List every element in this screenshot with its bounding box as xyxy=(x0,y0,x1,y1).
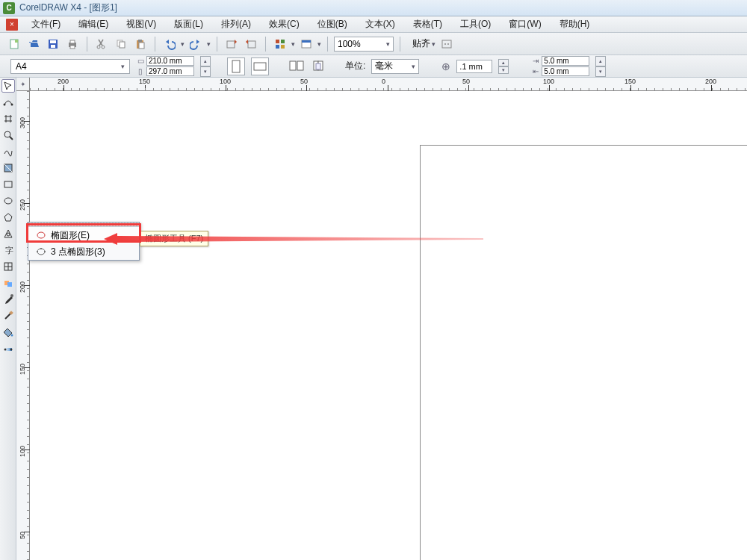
fill-tool[interactable] xyxy=(1,326,15,339)
ellipse-tool[interactable] xyxy=(1,194,15,208)
shape-tool[interactable] xyxy=(1,96,15,109)
smartfill-tool[interactable] xyxy=(1,161,15,175)
eyedropper-tool[interactable] xyxy=(1,293,15,306)
rectangle-tool[interactable] xyxy=(1,178,15,191)
save-button[interactable] xyxy=(45,36,61,52)
svg-rect-32 xyxy=(316,63,320,69)
ellipse-tooltip: 椭圆形工具 (F7) xyxy=(140,231,208,246)
menu-table[interactable]: 表格(T) xyxy=(404,16,451,33)
svg-rect-23 xyxy=(442,40,451,48)
zoom-tool[interactable] xyxy=(1,128,15,142)
menu-bitmaps[interactable]: 位图(B) xyxy=(309,16,356,33)
svg-rect-6 xyxy=(70,40,75,43)
ellipse3pt-icon xyxy=(36,246,46,257)
svg-rect-16 xyxy=(248,41,255,48)
undo-button[interactable] xyxy=(161,36,178,52)
menu-tools[interactable]: 工具(O) xyxy=(451,16,500,33)
menu-edit[interactable]: 编辑(E) xyxy=(69,16,117,33)
freehand-tool[interactable] xyxy=(1,145,15,158)
ruler-origin[interactable]: ✦ xyxy=(16,78,30,91)
table-tool[interactable] xyxy=(1,260,15,273)
pages-button[interactable] xyxy=(288,58,305,75)
menu-view[interactable]: 视图(V) xyxy=(117,16,165,33)
export-button[interactable] xyxy=(243,36,259,52)
pick-tool[interactable] xyxy=(1,79,15,93)
facing-pages-button[interactable] xyxy=(311,58,327,75)
interactive-fill-tool[interactable] xyxy=(1,342,15,355)
dup-x-input[interactable]: 5.0 mm xyxy=(542,56,589,66)
page-height-input[interactable]: 297.0 mm xyxy=(146,66,194,76)
redo-dropdown-icon[interactable]: ▾ xyxy=(207,40,211,48)
menu-help[interactable]: 帮助(H) xyxy=(551,16,599,33)
undo-dropdown-icon[interactable]: ▾ xyxy=(181,40,185,48)
new-button[interactable] xyxy=(6,36,22,52)
height-icon: ▯ xyxy=(136,68,145,75)
options-button[interactable] xyxy=(438,36,455,52)
menu-layout[interactable]: 版面(L) xyxy=(165,16,212,33)
svg-point-24 xyxy=(444,43,446,45)
menu-arrange[interactable]: 排列(A) xyxy=(212,16,260,33)
basic-shapes-tool[interactable] xyxy=(1,227,15,240)
menu-file[interactable]: 文件(F) xyxy=(22,16,69,33)
dup-x-icon: ⇥ xyxy=(531,57,540,65)
launcher-dropdown-icon[interactable]: ▾ xyxy=(291,40,295,48)
menu-bar: × 文件(F) 编辑(E) 视图(V) 版面(L) 排列(A) 效果(C) 位图… xyxy=(0,16,747,33)
svg-point-9 xyxy=(102,46,105,49)
svg-rect-15 xyxy=(227,41,235,48)
menu-effects[interactable]: 效果(C) xyxy=(260,16,309,33)
svg-point-34 xyxy=(10,104,13,106)
svg-point-55 xyxy=(37,251,38,252)
menu-window[interactable]: 窗口(W) xyxy=(500,16,550,33)
interactive-tool[interactable] xyxy=(1,276,15,290)
svg-rect-29 xyxy=(297,61,303,70)
landscape-button[interactable] xyxy=(251,57,269,75)
svg-rect-1 xyxy=(15,40,18,43)
svg-point-56 xyxy=(44,251,46,252)
canvas-area[interactable]: ✦ 20015010050050100150200 30025020015010… xyxy=(16,78,747,560)
nudge-input[interactable]: .1 mm xyxy=(456,60,492,73)
unit-combo[interactable]: 毫米▾ xyxy=(371,59,419,74)
welcome-dropdown-icon[interactable]: ▾ xyxy=(317,40,321,48)
duplicate-distance: ⇥5.0 mm ⇤5.0 mm xyxy=(531,56,589,76)
copy-button[interactable] xyxy=(113,36,129,52)
redo-button[interactable] xyxy=(187,36,204,52)
text-tool[interactable]: 字 xyxy=(1,243,15,257)
cut-button[interactable] xyxy=(93,36,110,52)
flyout-3pt-ellipse[interactable]: 3 点椭圆形(3) xyxy=(28,243,139,260)
svg-rect-19 xyxy=(276,45,279,49)
svg-point-8 xyxy=(97,46,100,49)
page-outline xyxy=(420,145,747,560)
unit-label: 单位: xyxy=(345,60,365,72)
dup-y-input[interactable]: 5.0 mm xyxy=(542,66,589,76)
menu-text[interactable]: 文本(X) xyxy=(356,16,404,33)
page-width-input[interactable]: 210.0 mm xyxy=(146,56,194,66)
polygon-tool[interactable] xyxy=(1,211,15,224)
dimension-spinner[interactable]: ▴▾ xyxy=(200,56,211,77)
svg-point-40 xyxy=(7,233,10,236)
app-launcher-button[interactable] xyxy=(272,36,288,52)
paper-size-combo[interactable]: A4▾ xyxy=(10,59,130,74)
svg-rect-28 xyxy=(290,61,296,70)
horizontal-ruler[interactable]: 20015010050050100150200 xyxy=(30,78,747,91)
doc-close-icon[interactable]: × xyxy=(6,19,18,31)
window-title: CorelDRAW X4 - [图形1] xyxy=(19,1,117,14)
dup-spinner[interactable]: ▴▾ xyxy=(595,56,606,77)
welcome-button[interactable] xyxy=(298,36,314,52)
svg-rect-3 xyxy=(50,40,56,43)
portrait-button[interactable] xyxy=(227,57,245,75)
vertical-ruler[interactable]: 30025020015010050 xyxy=(16,91,30,560)
svg-rect-46 xyxy=(7,282,12,287)
property-bar: A4▾ ▭210.0 mm ▯297.0 mm ▴▾ 单位: 毫米▾ ⊕ .1 … xyxy=(0,55,747,78)
crop-tool[interactable] xyxy=(1,112,15,125)
zoom-combo[interactable]: 100%▾ xyxy=(334,37,394,52)
flyout-ellipse[interactable]: 椭圆形(E) xyxy=(28,227,139,243)
svg-rect-14 xyxy=(139,43,144,49)
print-button[interactable] xyxy=(64,36,81,52)
open-button[interactable] xyxy=(25,36,42,52)
paste-button[interactable] xyxy=(132,36,149,52)
outline-tool[interactable] xyxy=(1,309,15,323)
chevron-down-icon: ▾ xyxy=(386,40,390,48)
import-button[interactable] xyxy=(223,36,240,52)
nudge-spinner[interactable]: ▴▾ xyxy=(498,59,509,74)
snap-combo[interactable]: 贴齐 ▾ xyxy=(412,37,436,50)
